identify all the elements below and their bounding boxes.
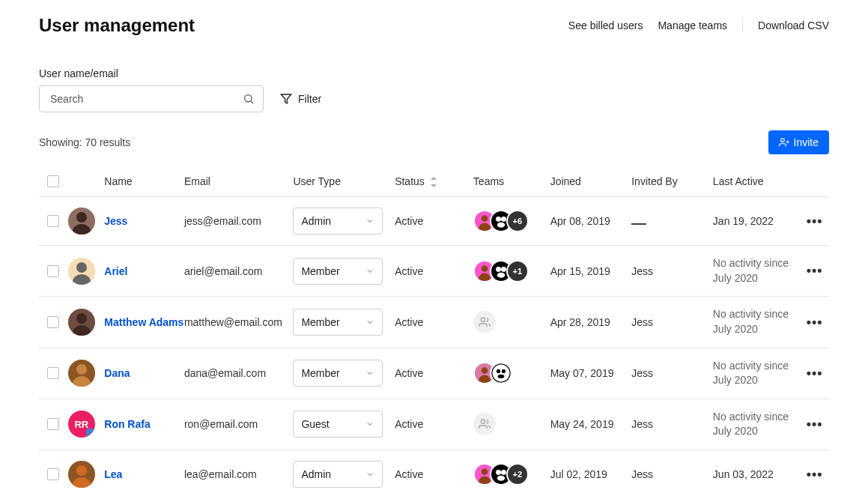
table-row: Jess jess@email.com Admin Active +6 Apr …	[39, 197, 829, 246]
svg-point-35	[497, 369, 500, 373]
row-actions-button[interactable]: •••	[807, 467, 823, 483]
joined-date: Apr 08, 2019	[550, 215, 610, 227]
user-name-link[interactable]: Jess	[104, 215, 127, 227]
search-label: User name/email	[39, 67, 829, 79]
usertype-value: Member	[301, 265, 339, 277]
column-active[interactable]: Last Active	[713, 175, 800, 187]
team-more-badge[interactable]: +2	[506, 463, 529, 486]
column-email[interactable]: Email	[184, 175, 293, 187]
row-actions-button[interactable]: •••	[807, 417, 823, 432]
user-email: ron@email.com	[184, 418, 258, 430]
status-text: Active	[395, 418, 423, 430]
svg-point-12	[496, 217, 501, 222]
table-row: RR Ron Rafa ron@email.com Guest Active M…	[39, 399, 829, 450]
user-avatar[interactable]: RR	[68, 411, 95, 438]
user-email: dana@email.com	[184, 367, 266, 379]
user-name-link[interactable]: Matthew Adams	[104, 316, 183, 328]
user-avatar[interactable]	[68, 208, 95, 235]
column-teams[interactable]: Teams	[473, 175, 550, 187]
manage-teams-link[interactable]: Manage teams	[658, 19, 727, 31]
user-name-link[interactable]: Ron Rafa	[104, 418, 150, 430]
column-usertype[interactable]: User Type	[293, 175, 395, 187]
svg-point-19	[482, 265, 488, 272]
joined-date: May 24, 2019	[550, 418, 614, 430]
results-count: Showing: 70 results	[39, 136, 130, 148]
usertype-select[interactable]: Guest	[293, 411, 383, 438]
filter-button[interactable]: Filter	[280, 93, 321, 105]
joined-date: Jul 02, 2019	[550, 468, 607, 480]
page-title: User management	[39, 15, 195, 36]
user-name-link[interactable]: Ariel	[104, 265, 127, 277]
user-table: Name Email User Type Status Teams Joined…	[39, 166, 829, 490]
invited-by-text: Jess	[631, 265, 653, 277]
user-email: lea@email.com	[184, 468, 257, 480]
user-avatar[interactable]	[68, 360, 95, 387]
filter-label: Filter	[298, 93, 321, 105]
usertype-select[interactable]: Admin	[293, 208, 383, 235]
row-actions-button[interactable]: •••	[807, 366, 823, 381]
row-checkbox[interactable]	[47, 316, 59, 328]
search-input[interactable]	[39, 85, 264, 112]
column-status[interactable]: Status	[395, 175, 473, 187]
user-avatar[interactable]	[68, 309, 95, 336]
usertype-value: Admin	[301, 468, 331, 480]
usertype-select[interactable]: Member	[293, 258, 383, 285]
svg-point-29	[76, 364, 87, 375]
svg-point-46	[501, 470, 506, 475]
search-wrap	[39, 85, 264, 112]
invited-by-text: Jess	[631, 316, 653, 328]
divider	[742, 19, 743, 32]
status-text: Active	[395, 468, 423, 480]
header-links: See billed users Manage teams Download C…	[568, 19, 829, 32]
chevron-down-icon	[365, 470, 374, 479]
last-active-text: Jun 03, 2022	[713, 468, 774, 480]
usertype-select[interactable]: Admin	[293, 461, 383, 488]
row-actions-button[interactable]: •••	[807, 315, 823, 330]
teams-cell	[473, 362, 550, 384]
invited-by-dash	[631, 223, 646, 225]
user-name-link[interactable]: Dana	[104, 367, 130, 379]
svg-point-3	[780, 139, 784, 142]
search-icon	[243, 93, 255, 105]
see-billed-users-link[interactable]: See billed users	[568, 19, 643, 31]
row-checkbox[interactable]	[47, 468, 59, 480]
invited-by-text: Jess	[631, 418, 653, 430]
invited-by-text: Jess	[631, 367, 653, 379]
usertype-select[interactable]: Member	[293, 360, 383, 387]
download-csv-link[interactable]: Download CSV	[758, 19, 829, 31]
row-checkbox[interactable]	[47, 215, 59, 227]
avatar-badge-icon	[86, 429, 95, 438]
status-text: Active	[395, 316, 423, 328]
user-avatar[interactable]	[68, 258, 95, 285]
svg-point-10	[482, 215, 488, 222]
row-actions-button[interactable]: •••	[807, 263, 823, 279]
team-more-badge[interactable]: +1	[506, 260, 529, 282]
invite-label: Invite	[794, 136, 819, 148]
column-invited[interactable]: Invited By	[631, 175, 713, 187]
teams-placeholder-icon	[473, 311, 496, 333]
row-checkbox[interactable]	[47, 418, 59, 430]
team-avatar[interactable]	[490, 362, 512, 384]
row-checkbox[interactable]	[47, 367, 59, 379]
team-more-badge[interactable]: +6	[506, 210, 529, 232]
row-actions-button[interactable]: •••	[807, 214, 823, 229]
joined-date: Apr 28, 2019	[550, 316, 610, 328]
row-checkbox[interactable]	[47, 265, 59, 277]
svg-point-37	[498, 375, 505, 378]
user-name-link[interactable]: Lea	[104, 468, 122, 480]
last-active-text: No activity since July 2020	[713, 308, 789, 335]
filter-icon	[280, 93, 292, 105]
svg-point-25	[76, 313, 87, 324]
usertype-select[interactable]: Member	[293, 309, 383, 336]
usertype-value: Admin	[301, 215, 331, 227]
user-email: matthew@email.com	[184, 316, 282, 328]
column-joined[interactable]: Joined	[550, 175, 632, 187]
select-all-checkbox[interactable]	[47, 175, 59, 187]
teams-placeholder-icon	[473, 413, 496, 435]
svg-point-7	[76, 212, 87, 223]
user-avatar[interactable]	[68, 461, 95, 488]
svg-point-27	[481, 318, 485, 321]
invite-button[interactable]: Invite	[768, 130, 829, 154]
column-name[interactable]: Name	[104, 175, 184, 187]
status-text: Active	[395, 215, 423, 227]
